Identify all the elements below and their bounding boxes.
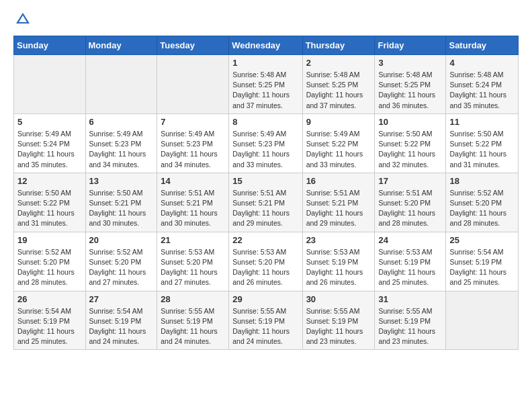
day-number: 25: [449, 235, 515, 245]
calendar-cell: 29Sunrise: 5:55 AM Sunset: 5:19 PM Dayli…: [229, 291, 302, 350]
calendar-table: SundayMondayTuesdayWednesdayThursdayFrid…: [13, 36, 519, 350]
day-info: Sunrise: 5:54 AM Sunset: 5:19 PM Dayligh…: [449, 247, 515, 288]
calendar-cell: 12Sunrise: 5:50 AM Sunset: 5:22 PM Dayli…: [14, 173, 86, 232]
day-number: 18: [449, 176, 515, 186]
day-info: Sunrise: 5:55 AM Sunset: 5:19 PM Dayligh…: [378, 306, 442, 347]
header-cell-thursday: Thursday: [302, 36, 375, 55]
day-info: Sunrise: 5:51 AM Sunset: 5:21 PM Dayligh…: [161, 188, 225, 229]
day-number: 26: [17, 294, 82, 304]
header-cell-monday: Monday: [85, 36, 157, 55]
header-cell-tuesday: Tuesday: [157, 36, 229, 55]
day-info: Sunrise: 5:50 AM Sunset: 5:22 PM Dayligh…: [378, 129, 442, 170]
day-info: Sunrise: 5:48 AM Sunset: 5:25 PM Dayligh…: [378, 70, 442, 111]
header-cell-friday: Friday: [375, 36, 446, 55]
day-number: 22: [232, 235, 298, 245]
calendar-cell: 25Sunrise: 5:54 AM Sunset: 5:19 PM Dayli…: [446, 232, 519, 291]
day-number: 20: [89, 235, 154, 245]
week-row-2: 12Sunrise: 5:50 AM Sunset: 5:22 PM Dayli…: [14, 173, 519, 232]
day-number: 11: [449, 117, 515, 127]
calendar-cell: 5Sunrise: 5:49 AM Sunset: 5:24 PM Daylig…: [14, 113, 86, 173]
day-number: 17: [378, 176, 442, 186]
day-number: 15: [232, 176, 298, 186]
day-info: Sunrise: 5:54 AM Sunset: 5:19 PM Dayligh…: [89, 306, 154, 347]
day-info: Sunrise: 5:48 AM Sunset: 5:25 PM Dayligh…: [232, 70, 298, 111]
calendar-cell: [446, 291, 519, 350]
day-info: Sunrise: 5:50 AM Sunset: 5:21 PM Dayligh…: [89, 188, 154, 229]
page: SundayMondayTuesdayWednesdayThursdayFrid…: [0, 0, 532, 360]
day-number: 8: [232, 117, 298, 127]
day-number: 30: [306, 294, 371, 304]
calendar-cell: [157, 55, 229, 114]
calendar-cell: 30Sunrise: 5:55 AM Sunset: 5:19 PM Dayli…: [302, 291, 375, 350]
day-info: Sunrise: 5:50 AM Sunset: 5:22 PM Dayligh…: [17, 188, 82, 229]
logo: [13, 10, 35, 29]
header-cell-sunday: Sunday: [14, 36, 86, 55]
day-number: 14: [161, 176, 225, 186]
day-info: Sunrise: 5:53 AM Sunset: 5:19 PM Dayligh…: [306, 247, 371, 288]
day-number: 29: [232, 294, 298, 304]
calendar-cell: 7Sunrise: 5:49 AM Sunset: 5:23 PM Daylig…: [157, 113, 229, 173]
header-row: SundayMondayTuesdayWednesdayThursdayFrid…: [14, 36, 519, 55]
week-row-0: 1Sunrise: 5:48 AM Sunset: 5:25 PM Daylig…: [14, 55, 519, 114]
day-info: Sunrise: 5:55 AM Sunset: 5:19 PM Dayligh…: [161, 306, 225, 347]
calendar-cell: 23Sunrise: 5:53 AM Sunset: 5:19 PM Dayli…: [302, 232, 375, 291]
calendar-cell: 4Sunrise: 5:48 AM Sunset: 5:24 PM Daylig…: [446, 55, 519, 114]
day-info: Sunrise: 5:51 AM Sunset: 5:21 PM Dayligh…: [306, 188, 371, 229]
day-info: Sunrise: 5:52 AM Sunset: 5:20 PM Dayligh…: [449, 188, 515, 229]
day-info: Sunrise: 5:48 AM Sunset: 5:25 PM Dayligh…: [306, 70, 371, 111]
day-number: 24: [378, 235, 442, 245]
day-number: 16: [306, 176, 371, 186]
day-number: 27: [89, 294, 154, 304]
calendar-cell: 24Sunrise: 5:53 AM Sunset: 5:19 PM Dayli…: [375, 232, 446, 291]
day-info: Sunrise: 5:49 AM Sunset: 5:23 PM Dayligh…: [161, 129, 225, 170]
calendar-cell: 11Sunrise: 5:50 AM Sunset: 5:22 PM Dayli…: [446, 113, 519, 173]
calendar-cell: 1Sunrise: 5:48 AM Sunset: 5:25 PM Daylig…: [229, 55, 302, 114]
calendar-cell: 8Sunrise: 5:49 AM Sunset: 5:23 PM Daylig…: [229, 113, 302, 173]
day-info: Sunrise: 5:51 AM Sunset: 5:21 PM Dayligh…: [232, 188, 298, 229]
day-number: 23: [306, 235, 371, 245]
calendar-cell: [85, 55, 157, 114]
calendar-cell: 31Sunrise: 5:55 AM Sunset: 5:19 PM Dayli…: [375, 291, 446, 350]
day-info: Sunrise: 5:49 AM Sunset: 5:22 PM Dayligh…: [306, 129, 371, 170]
day-info: Sunrise: 5:53 AM Sunset: 5:19 PM Dayligh…: [378, 247, 442, 288]
day-number: 12: [17, 176, 82, 186]
calendar-cell: 15Sunrise: 5:51 AM Sunset: 5:21 PM Dayli…: [229, 173, 302, 232]
day-number: 2: [306, 58, 371, 68]
week-row-3: 19Sunrise: 5:52 AM Sunset: 5:20 PM Dayli…: [14, 232, 519, 291]
day-info: Sunrise: 5:51 AM Sunset: 5:20 PM Dayligh…: [378, 188, 442, 229]
calendar-cell: 2Sunrise: 5:48 AM Sunset: 5:25 PM Daylig…: [302, 55, 375, 114]
calendar-cell: 19Sunrise: 5:52 AM Sunset: 5:20 PM Dayli…: [14, 232, 86, 291]
day-info: Sunrise: 5:53 AM Sunset: 5:20 PM Dayligh…: [161, 247, 225, 288]
calendar-cell: 9Sunrise: 5:49 AM Sunset: 5:22 PM Daylig…: [302, 113, 375, 173]
day-info: Sunrise: 5:53 AM Sunset: 5:20 PM Dayligh…: [232, 247, 298, 288]
header-cell-saturday: Saturday: [446, 36, 519, 55]
day-info: Sunrise: 5:52 AM Sunset: 5:20 PM Dayligh…: [89, 247, 154, 288]
day-info: Sunrise: 5:48 AM Sunset: 5:24 PM Dayligh…: [449, 70, 515, 111]
day-info: Sunrise: 5:50 AM Sunset: 5:22 PM Dayligh…: [449, 129, 515, 170]
calendar-cell: 10Sunrise: 5:50 AM Sunset: 5:22 PM Dayli…: [375, 113, 446, 173]
day-info: Sunrise: 5:49 AM Sunset: 5:23 PM Dayligh…: [232, 129, 298, 170]
calendar-header: SundayMondayTuesdayWednesdayThursdayFrid…: [14, 36, 519, 55]
calendar-cell: 16Sunrise: 5:51 AM Sunset: 5:21 PM Dayli…: [302, 173, 375, 232]
calendar-cell: 14Sunrise: 5:51 AM Sunset: 5:21 PM Dayli…: [157, 173, 229, 232]
calendar-cell: 3Sunrise: 5:48 AM Sunset: 5:25 PM Daylig…: [375, 55, 446, 114]
calendar-cell: 28Sunrise: 5:55 AM Sunset: 5:19 PM Dayli…: [157, 291, 229, 350]
calendar-cell: 27Sunrise: 5:54 AM Sunset: 5:19 PM Dayli…: [85, 291, 157, 350]
day-info: Sunrise: 5:49 AM Sunset: 5:24 PM Dayligh…: [17, 129, 82, 170]
day-info: Sunrise: 5:55 AM Sunset: 5:19 PM Dayligh…: [232, 306, 298, 347]
calendar-cell: 21Sunrise: 5:53 AM Sunset: 5:20 PM Dayli…: [157, 232, 229, 291]
day-number: 5: [17, 117, 82, 127]
day-number: 28: [161, 294, 225, 304]
day-number: 19: [17, 235, 82, 245]
day-info: Sunrise: 5:54 AM Sunset: 5:19 PM Dayligh…: [17, 306, 82, 347]
day-number: 7: [161, 117, 225, 127]
logo-icon: [13, 10, 32, 29]
day-number: 6: [89, 117, 154, 127]
calendar-cell: 17Sunrise: 5:51 AM Sunset: 5:20 PM Dayli…: [375, 173, 446, 232]
header: [13, 10, 519, 29]
day-number: 1: [232, 58, 298, 68]
day-number: 4: [449, 58, 515, 68]
week-row-4: 26Sunrise: 5:54 AM Sunset: 5:19 PM Dayli…: [14, 291, 519, 350]
calendar-cell: [14, 55, 86, 114]
day-number: 31: [378, 294, 442, 304]
